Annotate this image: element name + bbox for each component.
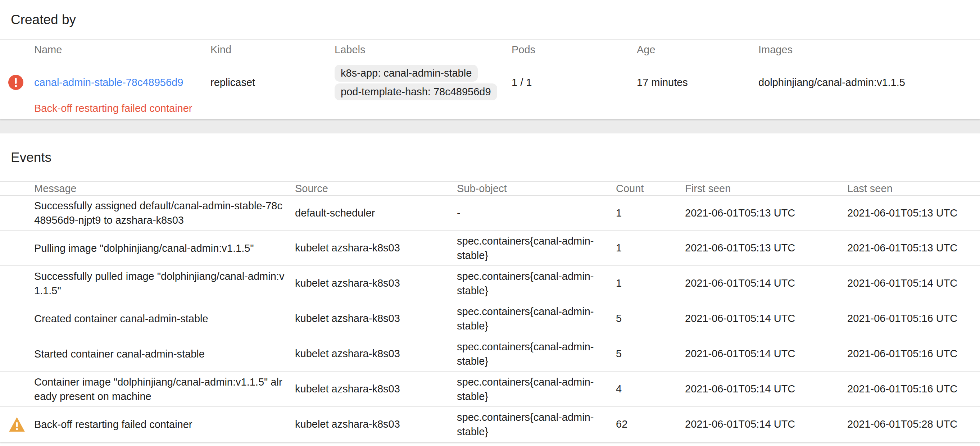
warning-icon (9, 417, 25, 432)
replicaset-pods-cell: 1 / 1 (512, 76, 637, 89)
event-status-cell (0, 230, 34, 265)
event-first-seen-cell: 2021-06-01T05:14 UTC (685, 348, 847, 360)
event-count-cell: 1 (616, 277, 685, 289)
replicaset-row-main: canal-admin-stable-78c48956d9 replicaset… (0, 60, 980, 105)
event-sub-object-cell: spec.containers{canal-admin- stable} (457, 375, 616, 403)
replicaset-name-link[interactable]: canal-admin-stable-78c48956d9 (34, 76, 183, 88)
event-source-cell: kubelet azshara-k8s03 (295, 418, 457, 430)
event-last-seen-cell: 2021-06-01T05:13 UTC (847, 242, 980, 254)
replicaset-age-cell: 17 minutes (637, 76, 758, 89)
event-count-cell: 1 (616, 207, 685, 219)
event-source-cell: kubelet azshara-k8s03 (295, 383, 457, 395)
event-count-cell: 4 (616, 383, 685, 395)
events-header-row: Message Source Sub-object Count First se… (0, 182, 980, 196)
event-source-cell: default-scheduler (295, 207, 457, 219)
event-row: Successfully pulled image "dolphinjiang/… (0, 266, 980, 301)
event-count-cell: 1 (616, 242, 685, 254)
column-header-name: Name (34, 44, 210, 56)
column-header-first-seen: First seen (685, 183, 847, 195)
event-row: Successfully assigned default/canal-admi… (0, 196, 980, 230)
event-source-cell: kubelet azshara-k8s03 (295, 348, 457, 360)
replicaset-kind-cell: replicaset (210, 76, 334, 89)
replicaset-images-cell: dolphinjiang/canal-admin:v1.1.5 (758, 76, 957, 89)
event-message-cell: Back-off restarting failed container (34, 417, 295, 432)
label-chip-list: k8s-app: canal-admin-stable pod-template… (334, 65, 512, 100)
events-title: Events (11, 150, 51, 165)
event-message-cell: Created container canal-admin-stable (34, 311, 295, 326)
event-sub-object-cell: spec.containers{canal-admin- stable} (457, 269, 616, 298)
events-header-gutter (0, 182, 34, 195)
event-last-seen-cell: 2021-06-01T05:16 UTC (847, 348, 980, 360)
event-source-cell: kubelet azshara-k8s03 (295, 313, 457, 324)
replicaset-name-cell: canal-admin-stable-78c48956d9 (34, 76, 210, 89)
created-by-title: Created by (11, 12, 76, 27)
event-source-cell: kubelet azshara-k8s03 (295, 242, 457, 254)
event-count-cell: 62 (616, 418, 685, 430)
event-status-cell (0, 371, 34, 406)
events-card: Events Message Source Sub-object Count F… (0, 133, 980, 446)
event-sub-object-cell: spec.containers{canal-admin- stable} (457, 340, 616, 368)
event-status-cell (0, 336, 34, 371)
event-source-cell: kubelet azshara-k8s03 (295, 277, 457, 289)
event-sub-object-cell: spec.containers{canal-admin- stable} (457, 234, 616, 263)
event-first-seen-cell: 2021-06-01T05:14 UTC (685, 277, 847, 289)
event-row: Back-off restarting failed container kub… (0, 407, 980, 442)
event-sub-object-cell: spec.containers{canal-admin- stable} (457, 410, 616, 439)
event-first-seen-cell: 2021-06-01T05:14 UTC (685, 383, 847, 395)
column-header-message: Message (34, 183, 295, 195)
event-first-seen-cell: 2021-06-01T05:14 UTC (685, 418, 847, 430)
replicaset-error-message: Back-off restarting failed container (34, 103, 192, 114)
event-first-seen-cell: 2021-06-01T05:13 UTC (685, 242, 847, 254)
event-row: Started container canal-admin-stable kub… (0, 336, 980, 371)
event-row: Pulling image "dolphinjiang/canal-admin:… (0, 230, 980, 266)
event-last-seen-cell: 2021-06-01T05:14 UTC (847, 277, 980, 289)
label-chip: pod-template-hash: 78c48956d9 (334, 83, 497, 100)
status-cell (0, 75, 34, 90)
event-message-cell: Started container canal-admin-stable (34, 347, 295, 361)
event-count-cell: 5 (616, 348, 685, 360)
event-status-cell (0, 407, 34, 442)
event-status-cell (0, 301, 34, 336)
event-first-seen-cell: 2021-06-01T05:13 UTC (685, 207, 847, 219)
error-status-icon (8, 75, 23, 90)
event-last-seen-cell: 2021-06-01T05:16 UTC (847, 313, 980, 324)
event-row: Created container canal-admin-stable kub… (0, 301, 980, 336)
event-first-seen-cell: 2021-06-01T05:14 UTC (685, 313, 847, 324)
event-status-cell (0, 196, 34, 230)
column-header-count: Count (616, 183, 685, 195)
column-header-images: Images (758, 44, 957, 56)
label-chip: k8s-app: canal-admin-stable (334, 65, 478, 82)
event-message-cell: Pulling image "dolphinjiang/canal-admin:… (34, 241, 295, 256)
section-divider (0, 119, 980, 133)
event-sub-object-cell: - (457, 206, 616, 220)
event-last-seen-cell: 2021-06-01T05:16 UTC (847, 383, 980, 395)
created-by-card: Created by Name Kind Labels Pods Age Ima… (0, 0, 980, 119)
event-status-cell (0, 266, 34, 301)
column-header-labels: Labels (334, 44, 512, 56)
created-by-title-bar: Created by (0, 0, 980, 40)
created-by-header-row: Name Kind Labels Pods Age Images (0, 40, 980, 60)
column-header-source: Source (295, 183, 457, 195)
column-header-last-seen: Last seen (847, 183, 980, 195)
event-row: Container image "dolphinjiang/canal-admi… (0, 371, 980, 407)
column-header-age: Age (637, 44, 758, 56)
column-header-kind: Kind (210, 44, 334, 56)
event-last-seen-cell: 2021-06-01T05:13 UTC (847, 207, 980, 219)
column-header-sub-object: Sub-object (457, 183, 616, 195)
column-header-pods: Pods (512, 44, 637, 56)
event-count-cell: 5 (616, 313, 685, 324)
replicaset-labels-cell: k8s-app: canal-admin-stable pod-template… (334, 65, 512, 100)
event-last-seen-cell: 2021-06-01T05:28 UTC (847, 418, 980, 430)
event-sub-object-cell: spec.containers{canal-admin- stable} (457, 304, 616, 333)
events-title-bar: Events (0, 133, 980, 182)
replicaset-row: canal-admin-stable-78c48956d9 replicaset… (0, 60, 980, 119)
event-message-cell: Container image "dolphinjiang/canal-admi… (34, 375, 295, 403)
event-message-cell: Successfully pulled image "dolphinjiang/… (34, 269, 295, 298)
event-message-cell: Successfully assigned default/canal-admi… (34, 198, 295, 227)
